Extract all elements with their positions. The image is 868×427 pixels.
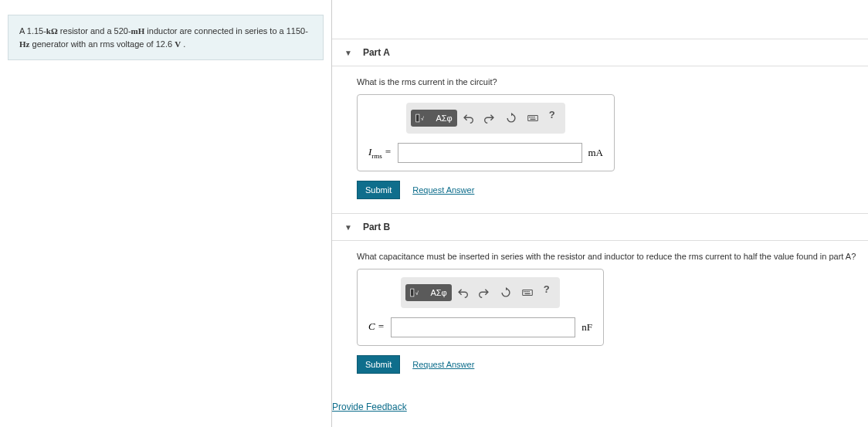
part-b-section: ▼ Part B What capacitance must be insert… — [332, 213, 868, 388]
problem-text: inductor are connected in series to a 11… — [144, 26, 308, 36]
problem-text: A 1.15- — [19, 26, 46, 36]
problem-text: . — [181, 39, 185, 49]
unit-kohm: kΩ — [46, 26, 58, 36]
greek-button[interactable]: ΑΣφ — [431, 110, 456, 127]
toolbar-button-group: √ ΑΣφ — [411, 110, 456, 127]
svg-rect-13 — [527, 291, 527, 292]
help-icon[interactable]: ? — [544, 106, 561, 123]
greek-button[interactable]: ΑΣφ — [426, 284, 451, 301]
part-b-body: What capacitance must be inserted in ser… — [332, 241, 868, 388]
svg-rect-3 — [529, 117, 530, 117]
problem-statement: A 1.15-kΩ resistor and a 520-mH inductor… — [8, 15, 324, 60]
svg-rect-6 — [534, 117, 534, 117]
caret-down-icon: ▼ — [344, 223, 352, 232]
templates-button[interactable]: √ — [405, 284, 426, 301]
caret-down-icon: ▼ — [344, 49, 352, 57]
svg-rect-14 — [528, 291, 529, 292]
keyboard-icon[interactable] — [522, 110, 544, 127]
part-a-body: What is the rms current in the circuit? … — [332, 66, 868, 213]
redo-icon[interactable] — [479, 110, 500, 127]
problem-text: resistor and a 520- — [58, 26, 131, 36]
reset-icon[interactable] — [500, 110, 522, 127]
templates-button[interactable]: √ — [411, 110, 431, 127]
provide-feedback-link[interactable]: Provide Feedback — [332, 402, 407, 412]
svg-rect-10 — [522, 290, 532, 296]
request-answer-link[interactable]: Request Answer — [412, 185, 474, 195]
unit-v: V — [175, 39, 181, 49]
submit-button[interactable]: Submit — [357, 181, 400, 199]
part-b-title: Part B — [363, 222, 390, 232]
svg-rect-12 — [525, 291, 526, 292]
unit-mh: mH — [131, 26, 145, 36]
action-row: Submit Request Answer — [357, 355, 868, 374]
part-b-answer-input[interactable] — [391, 317, 576, 337]
help-icon[interactable]: ? — [538, 280, 555, 297]
svg-rect-11 — [524, 291, 524, 292]
fraction-sqrt-icon: √ — [415, 113, 426, 124]
action-row: Submit Request Answer — [357, 181, 868, 199]
part-b-question: What capacitance must be inserted in ser… — [357, 252, 868, 261]
problem-text: generator with an rms voltage of 12.6 — [29, 39, 175, 49]
equation-toolbar: √ ΑΣφ ? — [406, 103, 565, 134]
part-b-header[interactable]: ▼ Part B — [332, 213, 868, 241]
answer-line: Irms = mA — [365, 143, 606, 163]
part-b-answer-box: √ ΑΣφ ? — [357, 269, 604, 346]
unit-label: mA — [588, 147, 604, 159]
keyboard-icon[interactable] — [517, 284, 538, 301]
request-answer-link[interactable]: Request Answer — [412, 360, 474, 369]
svg-text:√: √ — [421, 116, 424, 121]
equation-toolbar: √ ΑΣφ ? — [401, 277, 559, 308]
unit-hz: Hz — [19, 39, 29, 49]
svg-rect-15 — [524, 293, 530, 294]
part-a-title: Part A — [363, 47, 390, 58]
svg-rect-4 — [531, 117, 531, 117]
svg-rect-7 — [530, 119, 535, 120]
part-a-header[interactable]: ▼ Part A — [332, 39, 868, 66]
svg-rect-2 — [527, 116, 537, 121]
svg-rect-8 — [411, 289, 414, 297]
redo-icon[interactable] — [473, 284, 495, 301]
fraction-sqrt-icon: √ — [410, 287, 421, 298]
part-a-section: ▼ Part A What is the rms current in the … — [332, 39, 868, 213]
undo-icon[interactable] — [452, 284, 473, 301]
part-a-answer-box: √ ΑΣφ ? — [357, 94, 615, 171]
svg-text:√: √ — [415, 290, 419, 296]
part-a-answer-input[interactable] — [398, 143, 582, 163]
unit-label: nF — [581, 321, 592, 334]
answer-line: C = nF — [365, 317, 595, 337]
variable-label: C = — [368, 320, 385, 334]
svg-rect-0 — [416, 114, 419, 122]
variable-label: Irms = — [368, 146, 392, 160]
undo-icon[interactable] — [457, 110, 479, 127]
reset-icon[interactable] — [495, 284, 517, 301]
submit-button[interactable]: Submit — [357, 355, 400, 374]
problem-panel: A 1.15-kΩ resistor and a 520-mH inductor… — [0, 0, 332, 427]
toolbar-button-group: √ ΑΣφ — [405, 284, 451, 301]
svg-rect-5 — [532, 117, 533, 117]
answer-panel: ▼ Part A What is the rms current in the … — [332, 0, 868, 427]
part-a-question: What is the rms current in the circuit? — [357, 77, 868, 86]
